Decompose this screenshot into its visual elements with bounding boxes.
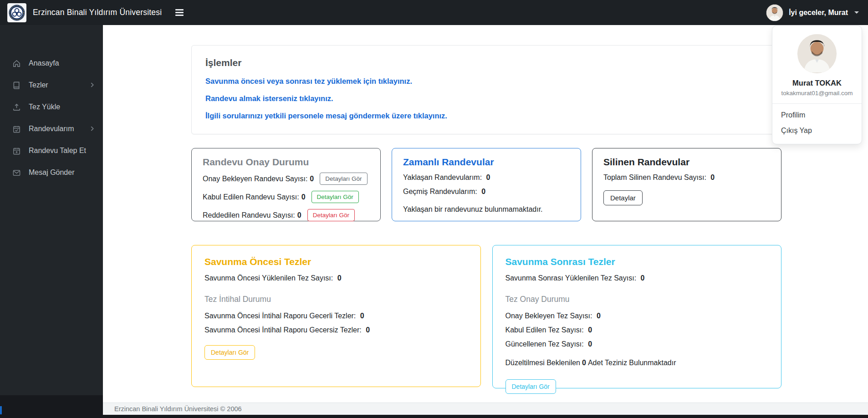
app-title: Erzincan Binali Yıldırım Üniversitesi (33, 8, 162, 17)
stat-label: Kabul Edilen Randevu Sayısı: (203, 193, 299, 201)
user-fullname: Murat TOKAK (772, 79, 862, 87)
stat-value: 0 (301, 193, 306, 201)
sidebar-item-mesaj-gonder[interactable]: Mesaj Gönder (0, 162, 103, 184)
avatar (797, 34, 837, 73)
stat-value: 0 (337, 274, 342, 282)
stat-value: 0 (588, 340, 592, 348)
chevron-right-icon (90, 125, 95, 133)
stat-gecmis-randevu: Geçmiş Randevularım: 0 (403, 188, 570, 196)
stat-savunma-sonrasi-yuklenen: Savunma Sonrası Yüklenilen Tez Sayısı: 0 (505, 274, 769, 282)
menu-item-profilim[interactable]: Profilim (772, 107, 862, 123)
zamanli-note: Yaklaşan bir randevunuz bulunmamaktadır. (403, 205, 570, 214)
stat-value: 0 (597, 312, 601, 320)
sidebar-footer-area (0, 395, 103, 418)
stat-label: Onay Bekleyen Randevu Sayısı: (203, 175, 307, 183)
stat-intihal-gecersiz: Savunma Öncesi İntihal Raporu Gecersiz T… (204, 326, 468, 334)
menu-toggle-icon[interactable] (175, 9, 184, 15)
user-dropdown-items: Profilim Çıkış Yap (772, 104, 862, 144)
main-content: İşlemler Savunma öncesi veya sonrası tez… (103, 25, 868, 418)
chevron-right-icon (90, 81, 95, 89)
duzeltilmesi-beklenen-note: Düzeltilmesi Beklenilen0Adet Teziniz Bul… (505, 359, 769, 367)
card-title: Zamanlı Randevular (403, 157, 570, 168)
stat-value: 0 (360, 312, 364, 320)
detaylari-gor-button-danger[interactable]: Detayları Gör (307, 209, 355, 221)
avatar (766, 4, 783, 21)
stat-value: 0 (486, 173, 490, 181)
note-suffix: Adet Teziniz Bulunmaktadır (588, 359, 676, 367)
detaylari-gor-button-info[interactable]: Detayları Gör (505, 379, 556, 394)
card-title: Savunma Sonrası Tezler (505, 256, 769, 267)
islemler-title: İşlemler (205, 57, 767, 68)
sidebar-item-randevu-talep-et[interactable]: Randevu Talep Et (0, 140, 103, 162)
stat-label: Güncellenen Tez Sayısı: (505, 340, 584, 348)
upload-icon (12, 103, 21, 112)
stat-toplam-silinen-randevu: Toplam Silinen Randevu Sayısı: 0 (603, 173, 770, 182)
islemler-card: İşlemler Savunma öncesi veya sonrası tez… (191, 45, 781, 134)
stat-reddedilen-randevu: Reddedilen Randevu Sayısı: 0 Detayları G… (203, 208, 369, 222)
stat-label: Savunma Öncesi Yüklenilen Tez Sayısı: (204, 274, 333, 282)
book-icon (12, 81, 21, 90)
detaylari-gor-button-success[interactable]: Detayları Gör (311, 191, 359, 203)
sidebar-item-anasayfa[interactable]: Anasayfa (0, 52, 103, 74)
stat-onay-bekleyen-tez: Onay Bekleyen Tez Sayısı: 0 (505, 312, 769, 320)
sidebar-item-tez-yukle[interactable]: Tez Yükle (0, 96, 103, 118)
link-randevu-al[interactable]: Randevu almak isterseniz tıklayınız. (205, 94, 767, 103)
tez-onay-durumu-subtitle: Tez Onay Durumu (505, 295, 769, 304)
sidebar-item-label: Anasayfa (29, 59, 59, 67)
stat-label: Geçmiş Randevularım: (403, 188, 477, 195)
sidebar-item-tezler[interactable]: Tezler (0, 74, 103, 96)
stat-label: Reddedilen Randevu Sayısı: (203, 211, 295, 219)
card-title: Silinen Randevular (603, 157, 770, 168)
page-footer: Erzincan Binali Yıldırım Üniversitesi © … (103, 403, 868, 415)
stat-guncellenen-tez: Güncellenen Tez Sayısı: 0 (505, 340, 769, 348)
silinen-randevular-card: Silinen Randevular Toplam Silinen Randev… (592, 148, 781, 221)
note-prefix: Düzeltilmesi Beklenilen (505, 359, 581, 367)
card-title: Savunma Öncesi Tezler (204, 256, 468, 267)
sidebar-item-label: Tez Yükle (29, 103, 60, 111)
stat-intihal-gecerli: Savunma Öncesi İntihal Raporu Gecerli Te… (204, 312, 468, 320)
sidebar-item-label: Randevu Talep Et (29, 147, 86, 155)
user-dropdown-menu: Murat TOKAK tokakmurat01@gmail.com Profi… (772, 25, 862, 144)
university-logo (7, 3, 26, 22)
top-navbar: Erzincan Binali Yıldırım Üniversitesi İy… (0, 0, 868, 25)
stat-savunma-oncesi-yuklenen: Savunma Öncesi Yüklenilen Tez Sayısı: 0 (204, 274, 468, 282)
stat-kabul-edilen-tez: Kabul Edilen Tez Sayısı: 0 (505, 326, 769, 334)
detaylar-button[interactable]: Detaylar (603, 190, 643, 205)
menu-item-cikis-yap[interactable]: Çıkış Yap (772, 123, 862, 138)
stat-value: 0 (641, 274, 645, 282)
randevu-onay-durumu-card: Randevu Onay Durumu Onay Bekleyen Randev… (191, 148, 381, 221)
savunma-sonrasi-tezler-card: Savunma Sonrası Tezler Savunma Sonrası Y… (492, 245, 782, 388)
sidebar-item-label: Tezler (29, 81, 48, 89)
greeting-text: İyi geceler, Murat (789, 9, 848, 17)
bottom-strip (0, 415, 868, 418)
stat-onay-bekleyen-randevu: Onay Bekleyen Randevu Sayısı: 0 Detaylar… (203, 172, 369, 186)
stat-yaklasan-randevu: Yaklaşan Randevularım: 0 (403, 173, 570, 182)
stat-label: Yaklaşan Randevularım: (403, 173, 482, 181)
stat-label: Savunma Sonrası Yüklenilen Tez Sayısı: (505, 274, 637, 282)
stat-value: 0 (588, 326, 592, 334)
detaylari-gor-button-warning[interactable]: Detayları Gör (204, 345, 255, 360)
note-value: 0 (582, 359, 586, 367)
sidebar-item-label: Mesaj Gönder (29, 168, 75, 177)
chevron-down-icon (854, 11, 859, 14)
sidebar-item-randevularim[interactable]: Randevularım (0, 118, 103, 140)
stat-value: 0 (366, 326, 370, 334)
card-title: Randevu Onay Durumu (203, 157, 369, 168)
stat-label: Kabul Edilen Tez Sayısı: (505, 326, 584, 334)
stat-label: Savunma Öncesi İntihal Raporu Gecersiz T… (204, 326, 362, 334)
link-tez-yukle[interactable]: Savunma öncesi veya sonrası tez yüklemek… (205, 77, 767, 86)
link-mesaj-gonder[interactable]: İlgili sorularınızı yetkili personele me… (205, 112, 767, 120)
sidebar-item-label: Randevularım (29, 125, 74, 133)
stat-value: 0 (310, 175, 314, 183)
user-email: tokakmurat01@gmail.com (772, 90, 862, 104)
zamanli-randevular-card: Zamanlı Randevular Yaklaşan Randevularım… (392, 148, 581, 221)
stat-value: 0 (710, 173, 715, 181)
footer-text: Erzincan Binali Yıldırım Üniversitesi © … (114, 405, 242, 413)
calendar-plus-icon (12, 147, 21, 155)
detaylari-gor-button-secondary[interactable]: Detayları Gör (320, 173, 367, 185)
sidebar-scrollbar[interactable] (0, 406, 2, 414)
user-menu-toggle[interactable]: İyi geceler, Murat (766, 4, 859, 21)
calendar-check-icon (12, 125, 21, 133)
savunma-oncesi-tezler-card: Savunma Öncesi Tezler Savunma Öncesi Yük… (191, 245, 481, 387)
stat-label: Toplam Silinen Randevu Sayısı: (603, 173, 706, 181)
